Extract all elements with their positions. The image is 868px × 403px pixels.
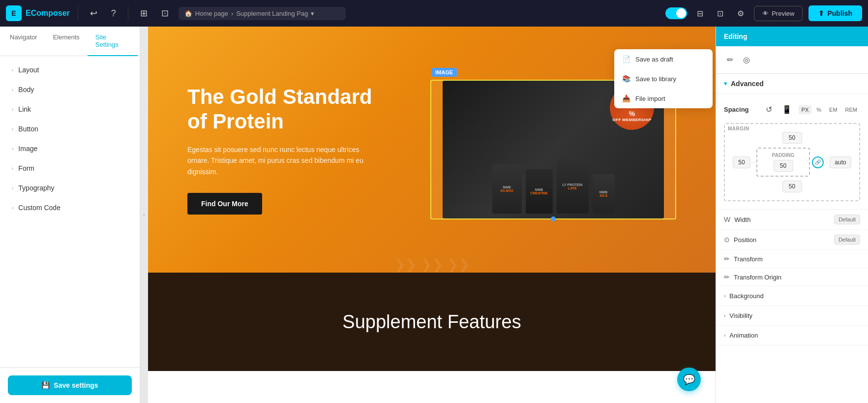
position-icon: ⊙ xyxy=(724,236,730,244)
margin-left-input[interactable] xyxy=(733,156,750,168)
breadcrumb[interactable]: 🏠 Home page › Supplement Landing Pag ▾ xyxy=(179,7,346,20)
chevron-icon: ❯❯ xyxy=(420,256,443,273)
template-button[interactable]: ⊡ xyxy=(157,5,173,22)
chevron-right-icon: › xyxy=(12,186,13,191)
nav-item-link[interactable]: › Link xyxy=(0,99,140,119)
link-icon[interactable]: 🔗 xyxy=(812,156,824,168)
nav-item-typography[interactable]: › Typography xyxy=(0,178,140,198)
image-control-dot[interactable] xyxy=(551,217,556,221)
left-sidebar-tabs: Navigator Elements Site Settings xyxy=(0,27,140,56)
publish-icon: ⬆ xyxy=(818,9,824,17)
chevron-right-icon: › xyxy=(12,146,13,152)
help-button[interactable]: ? xyxy=(107,5,120,22)
margin-top-input[interactable] xyxy=(782,132,802,144)
discount-text: OFF MEMBERSHIP xyxy=(612,118,651,122)
unit-px[interactable]: PX xyxy=(799,105,812,114)
left-sidebar-nav: › Layout › Body › Link › Button › Image … xyxy=(0,56,140,367)
product-can-1: NWB XS.NOX xyxy=(492,164,522,214)
margin-right-value[interactable]: auto xyxy=(830,156,851,168)
left-sidebar: Navigator Elements Site Settings › Layou… xyxy=(0,27,140,403)
preview-layout-button[interactable]: ⊡ xyxy=(713,6,727,21)
unit-em[interactable]: EM xyxy=(826,105,840,114)
visibility-header[interactable]: › Visibility xyxy=(716,306,868,325)
dropdown-file-import[interactable]: 📥 File import xyxy=(614,89,713,108)
margin-bottom-input[interactable] xyxy=(782,181,802,192)
file-import-label: File import xyxy=(635,95,665,102)
unit-percent[interactable]: % xyxy=(813,105,824,114)
unit-rem[interactable]: REM xyxy=(842,105,860,114)
publish-button[interactable]: ⬆ Publish xyxy=(808,5,862,21)
sidebar-collapse-handle[interactable]: ‹ xyxy=(140,27,148,403)
padding-bottom-input[interactable] xyxy=(774,160,793,172)
grid-button[interactable]: ⊞ xyxy=(136,5,151,22)
chat-icon: 💬 xyxy=(683,373,695,385)
nav-item-custom-code[interactable]: › Custom Code xyxy=(0,198,140,217)
undo-button[interactable]: ↩ xyxy=(86,5,101,22)
nav-item-button[interactable]: › Button xyxy=(0,119,140,139)
spacing-title: Spacing xyxy=(724,106,759,113)
visibility-label: Visibility xyxy=(729,312,752,319)
discount-percent: % xyxy=(629,110,635,118)
position-label: Position xyxy=(734,236,830,244)
animation-section: › Animation xyxy=(716,326,868,345)
position-row: ⊙ Position Default xyxy=(716,230,868,250)
preview-button[interactable]: 👁 Preview xyxy=(754,6,803,21)
save-settings-button[interactable]: 💾 Save settings xyxy=(8,375,132,395)
nav-item-image[interactable]: › Image xyxy=(0,139,140,158)
animation-header[interactable]: › Animation xyxy=(716,326,868,345)
toggle-switch[interactable] xyxy=(665,7,687,19)
eye-icon: 👁 xyxy=(762,10,769,17)
dropdown-save-library[interactable]: 📚 Save to library xyxy=(614,69,713,89)
hero-cta-button[interactable]: Find Our More xyxy=(187,193,262,215)
chevron-icon: ❯❯ xyxy=(394,256,417,273)
topbar-divider xyxy=(78,6,78,21)
width-badge[interactable]: Default xyxy=(834,215,860,224)
chevron-right-icon: › xyxy=(12,87,13,93)
spacing-responsive-button[interactable]: 📱 xyxy=(779,102,795,117)
tab-site-settings[interactable]: Site Settings xyxy=(88,27,138,56)
position-badge[interactable]: Default xyxy=(834,235,860,245)
spacing-reset-button[interactable]: ↺ xyxy=(763,102,775,117)
hero-title: The Gold Standard of Protein xyxy=(187,85,430,134)
background-section: › Background xyxy=(716,286,868,306)
product-can-4: NWB XS-8 xyxy=(593,174,615,214)
nav-item-label: Layout xyxy=(18,66,39,74)
chevron-down-icon: ▾ xyxy=(311,10,314,17)
breadcrumb-arrow: › xyxy=(231,10,233,17)
save-draft-icon: 📄 xyxy=(622,55,630,63)
tab-elements[interactable]: Elements xyxy=(45,27,88,56)
dropdown-save-draft[interactable]: 📄 Save as draft xyxy=(614,49,713,69)
home-icon: 🏠 xyxy=(184,10,192,17)
products-row: NWB XS.NOX NWB CREATINE xyxy=(443,159,664,214)
chevron-right-icon: › xyxy=(12,126,13,132)
right-panel: Editing ✏ ◎ ▾ Advanced Spacing ↺ 📱 PX % … xyxy=(716,27,868,403)
width-label: Width xyxy=(734,216,830,223)
chevron-down-icon: ▾ xyxy=(724,80,727,87)
panel-icon-button-2[interactable]: ◎ xyxy=(740,52,753,67)
toggle-container xyxy=(665,7,687,19)
settings-gear-button[interactable]: ⚙ xyxy=(733,6,748,21)
layout-button[interactable]: ⊟ xyxy=(693,6,707,21)
product-can-2: NWB CREATINE xyxy=(526,169,553,214)
nav-item-label: Body xyxy=(18,86,34,93)
nav-item-layout[interactable]: › Layout xyxy=(0,60,140,80)
tab-navigator[interactable]: Navigator xyxy=(2,27,45,56)
edit-pencil-button[interactable]: ✏ xyxy=(724,52,736,67)
visibility-section: › Visibility xyxy=(716,306,868,326)
advanced-section-header[interactable]: ▾ Advanced xyxy=(716,74,868,94)
background-header[interactable]: › Background xyxy=(716,286,868,306)
hero-subtitle: Egestas sit posuere sed nunc nunc lectus… xyxy=(187,144,374,177)
save-icon: 💾 xyxy=(41,381,50,389)
right-panel-header: Editing xyxy=(716,27,868,46)
dash-2: - xyxy=(826,159,828,166)
logo-icon: E xyxy=(6,5,22,21)
image-label: IMAGE xyxy=(431,68,457,77)
nav-item-label: Link xyxy=(18,105,31,113)
chat-bubble[interactable]: 💬 xyxy=(677,368,701,391)
nav-item-form[interactable]: › Form xyxy=(0,158,140,178)
nav-item-body[interactable]: › Body xyxy=(0,80,140,99)
transform-row: ✏ Transform xyxy=(716,250,868,268)
chevron-right-icon: › xyxy=(12,67,13,73)
padding-label: PADDING xyxy=(761,153,805,158)
dropdown-menu: 📄 Save as draft 📚 Save to library 📥 File… xyxy=(614,49,713,108)
